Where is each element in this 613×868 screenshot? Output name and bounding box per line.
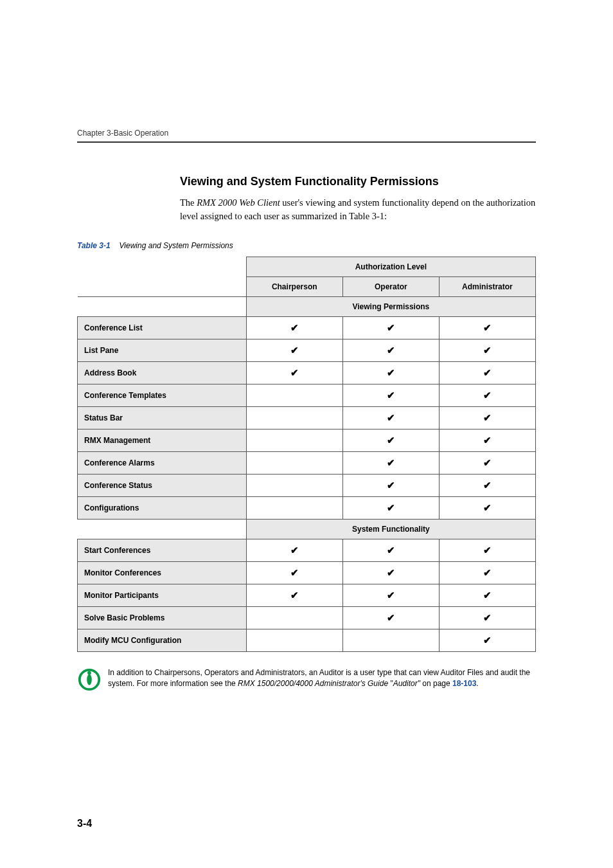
svg-point-2 [87, 671, 91, 675]
check-cell: ✔ [342, 539, 439, 562]
checkmark-icon: ✔ [483, 590, 492, 601]
check-cell: ✔ [439, 362, 535, 384]
check-cell: ✔ [342, 384, 439, 407]
row-label: Solve Basic Problems [78, 607, 247, 629]
table-row: Conference List✔✔✔ [78, 317, 536, 339]
note-end: . [476, 679, 478, 688]
row-label: Address Book [78, 362, 247, 384]
checkmark-icon: ✔ [483, 480, 492, 491]
check-cell: ✔ [439, 384, 535, 407]
table-blank-corner-3 [78, 520, 247, 539]
note-mid: " [388, 679, 393, 688]
checkmark-icon: ✔ [387, 502, 395, 513]
check-cell: ✔ [246, 539, 342, 562]
table-row: Conference Templates✔✔ [78, 384, 536, 407]
chapter-header: Chapter 3-Basic Operation [77, 129, 536, 138]
table-row: Conference Alarms✔✔ [78, 452, 536, 475]
check-cell: ✔ [439, 429, 535, 452]
check-cell: ✔ [439, 452, 535, 475]
checkmark-icon: ✔ [483, 345, 492, 356]
divider-line [77, 141, 536, 143]
row-label: Conference List [78, 317, 247, 339]
row-label: Conference Templates [78, 384, 247, 407]
check-cell [246, 429, 342, 452]
table-row: Monitor Conferences✔✔✔ [78, 562, 536, 584]
check-cell: ✔ [439, 407, 535, 429]
checkmark-icon: ✔ [387, 612, 395, 623]
table-section-system: System Functionality [246, 520, 535, 539]
checkmark-icon: ✔ [290, 545, 299, 556]
check-cell: ✔ [342, 452, 439, 475]
checkmark-icon: ✔ [387, 457, 395, 468]
table-row: Solve Basic Problems✔✔ [78, 607, 536, 629]
check-cell: ✔ [342, 562, 439, 584]
checkmark-icon: ✔ [483, 457, 492, 468]
check-cell: ✔ [439, 607, 535, 629]
row-label: Configurations [78, 497, 247, 520]
checkmark-icon: ✔ [483, 545, 492, 556]
checkmark-icon: ✔ [387, 480, 395, 491]
table-row: Start Conferences✔✔✔ [78, 539, 536, 562]
note-link[interactable]: 18-103 [452, 679, 476, 688]
checkmark-icon: ✔ [387, 345, 395, 356]
row-label: List Pane [78, 339, 247, 362]
check-cell: ✔ [439, 562, 535, 584]
checkmark-icon: ✔ [387, 435, 395, 446]
checkmark-icon: ✔ [290, 345, 299, 356]
intro-italic: RMX 2000 Web Client [197, 197, 280, 208]
row-label: Conference Status [78, 475, 247, 497]
check-cell: ✔ [246, 584, 342, 607]
table-caption: Table 3-1Viewing and System Permissions [77, 241, 536, 250]
row-label: Modify MCU Configuration [78, 629, 247, 652]
check-cell: ✔ [439, 629, 535, 652]
intro-pre: The [180, 197, 197, 208]
note-italic-1: RMX 1500/2000/4000 Administrator's Guide [238, 679, 388, 688]
check-cell: ✔ [342, 317, 439, 339]
check-cell: ✔ [439, 584, 535, 607]
checkmark-icon: ✔ [290, 367, 299, 378]
check-cell: ✔ [342, 497, 439, 520]
check-cell: ✔ [342, 607, 439, 629]
checkmark-icon: ✔ [483, 567, 492, 578]
checkmark-icon: ✔ [483, 635, 492, 646]
check-cell: ✔ [439, 317, 535, 339]
checkmark-icon: ✔ [387, 322, 395, 333]
checkmark-icon: ✔ [483, 435, 492, 446]
checkmark-icon: ✔ [483, 390, 492, 401]
intro-paragraph: The RMX 2000 Web Client user's viewing a… [180, 196, 536, 223]
checkmark-icon: ✔ [290, 567, 299, 578]
check-cell [246, 475, 342, 497]
check-cell: ✔ [342, 429, 439, 452]
check-cell: ✔ [246, 362, 342, 384]
table-caption-label: Table 3-1 [77, 241, 111, 250]
check-cell: ✔ [342, 475, 439, 497]
table-blank-corner-2 [78, 297, 247, 317]
checkmark-icon: ✔ [483, 322, 492, 333]
checkmark-icon: ✔ [387, 590, 395, 601]
note-post: on page [420, 679, 452, 688]
note-italic-2: Auditor" [393, 679, 420, 688]
permissions-table: Authorization Level Chairperson Operator… [77, 257, 536, 652]
checkmark-icon: ✔ [387, 545, 395, 556]
table-col-chairperson: Chairperson [246, 277, 342, 297]
checkmark-icon: ✔ [483, 412, 492, 423]
table-row: Modify MCU Configuration✔ [78, 629, 536, 652]
table-row: Configurations✔✔ [78, 497, 536, 520]
check-cell: ✔ [246, 562, 342, 584]
check-cell [246, 629, 342, 652]
checkmark-icon: ✔ [387, 367, 395, 378]
check-cell: ✔ [342, 362, 439, 384]
check-cell: ✔ [342, 407, 439, 429]
check-cell [246, 497, 342, 520]
table-section-viewing: Viewing Permissions [246, 297, 535, 317]
row-label: Monitor Participants [78, 584, 247, 607]
row-label: Conference Alarms [78, 452, 247, 475]
check-cell [246, 607, 342, 629]
check-cell: ✔ [439, 339, 535, 362]
check-cell [246, 384, 342, 407]
checkmark-icon: ✔ [290, 590, 299, 601]
check-cell [246, 407, 342, 429]
checkmark-icon: ✔ [387, 567, 395, 578]
check-cell: ✔ [246, 339, 342, 362]
row-label: Monitor Conferences [78, 562, 247, 584]
